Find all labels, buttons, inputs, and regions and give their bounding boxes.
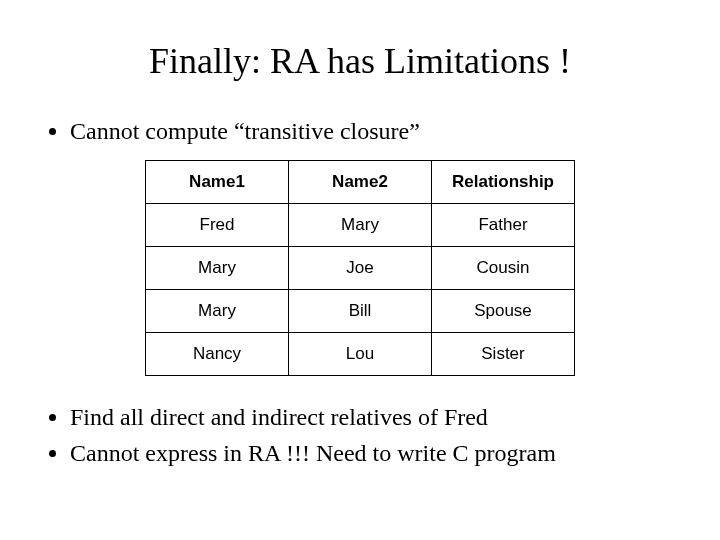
cell: Fred — [146, 204, 289, 247]
cell: Cousin — [432, 247, 575, 290]
bullet-item: Find all direct and indirect relatives o… — [70, 402, 678, 432]
table-row: Nancy Lou Sister — [146, 333, 575, 376]
cell: Nancy — [146, 333, 289, 376]
cell: Bill — [289, 290, 432, 333]
col-header: Relationship — [432, 161, 575, 204]
cell: Mary — [146, 290, 289, 333]
table-row: Fred Mary Father — [146, 204, 575, 247]
cell: Mary — [289, 204, 432, 247]
table-row: Mary Joe Cousin — [146, 247, 575, 290]
bullet-item: Cannot express in RA !!! Need to write C… — [70, 438, 678, 468]
cell: Joe — [289, 247, 432, 290]
cell: Mary — [146, 247, 289, 290]
slide: Finally: RA has Limitations ! Cannot com… — [0, 0, 720, 540]
bullet-item: Cannot compute “transitive closure” — [70, 116, 678, 146]
relationship-table: Name1 Name2 Relationship Fred Mary Fathe… — [145, 160, 575, 376]
cell: Father — [432, 204, 575, 247]
table-header-row: Name1 Name2 Relationship — [146, 161, 575, 204]
bottom-bullets: Find all direct and indirect relatives o… — [42, 402, 678, 468]
cell: Sister — [432, 333, 575, 376]
page-title: Finally: RA has Limitations ! — [42, 40, 678, 82]
cell: Spouse — [432, 290, 575, 333]
col-header: Name2 — [289, 161, 432, 204]
cell: Lou — [289, 333, 432, 376]
col-header: Name1 — [146, 161, 289, 204]
table-row: Mary Bill Spouse — [146, 290, 575, 333]
top-bullets: Cannot compute “transitive closure” — [42, 116, 678, 146]
